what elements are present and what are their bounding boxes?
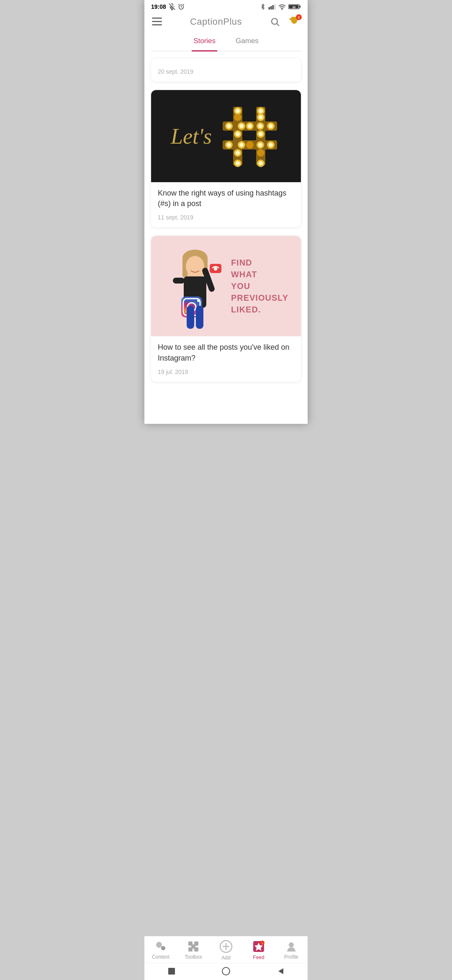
svg-point-68 (214, 267, 217, 271)
svg-point-25 (239, 124, 244, 128)
person-svg (164, 242, 226, 330)
status-right: 99 (260, 4, 301, 10)
search-icon (270, 17, 280, 27)
hashtag-card-title: Know the right ways of using hashtags (#… (151, 182, 301, 211)
hashtag-story-card[interactable]: Let's (151, 90, 301, 227)
svg-point-53 (259, 115, 263, 119)
svg-point-40 (269, 143, 273, 147)
trophy-icon-wrap: 1 (288, 16, 300, 28)
search-button[interactable] (269, 16, 281, 28)
status-left: 19:08 (151, 3, 185, 10)
battery-icon: 99 (288, 4, 301, 10)
svg-rect-7 (274, 4, 275, 10)
svg-point-43 (234, 113, 241, 121)
trophy-button[interactable]: 1 (288, 15, 301, 28)
find-text-2: YOU (231, 281, 250, 291)
svg-rect-6 (272, 5, 274, 10)
svg-point-72 (197, 299, 200, 302)
svg-rect-74 (196, 306, 203, 329)
mute-icon (169, 3, 175, 10)
svg-point-35 (239, 143, 244, 147)
svg-point-27 (248, 124, 252, 128)
svg-rect-5 (270, 6, 272, 10)
svg-rect-13 (152, 18, 162, 19)
trophy-badge: 1 (296, 14, 302, 20)
svg-point-45 (236, 132, 240, 136)
svg-point-36 (246, 141, 254, 149)
partial-card-date: 20 sept. 2019 (158, 68, 294, 75)
bluetooth-icon (260, 4, 266, 10)
lets-hashtag-container: Let's (158, 103, 294, 170)
find-text-4: LIKED. (231, 304, 261, 315)
svg-point-16 (272, 18, 277, 24)
tab-games[interactable]: Games (234, 34, 260, 52)
hashtag-card-image: Let's (151, 90, 301, 182)
alarm-icon (178, 3, 185, 10)
svg-rect-73 (187, 306, 194, 329)
instagram-card-date: 19 jul. 2019 (151, 369, 301, 382)
svg-point-38 (258, 143, 262, 147)
svg-point-56 (257, 149, 265, 157)
svg-rect-10 (300, 6, 301, 8)
instagram-card-title: How to see all the posts you've liked on… (151, 336, 301, 365)
tab-stories[interactable]: Stories (192, 34, 217, 52)
hashtag-bulbs-svg (218, 103, 281, 170)
app-header: CaptionPlus 1 (144, 12, 308, 34)
svg-point-33 (227, 143, 231, 147)
svg-point-23 (227, 124, 231, 128)
svg-point-51 (259, 109, 263, 113)
status-bar: 19:08 (144, 0, 308, 12)
instagram-card-image: FIND WHAT YOU PREVIOUSLY LIKED. (151, 236, 301, 336)
lets-text: Let's (171, 124, 212, 149)
header-icons: 1 (269, 15, 301, 28)
menu-button[interactable] (151, 17, 163, 27)
svg-line-17 (277, 24, 279, 26)
find-text-1: WHAT (231, 269, 257, 280)
svg-point-47 (236, 151, 240, 155)
wifi-icon (278, 4, 286, 10)
find-text-3: PREVIOUSLY (231, 292, 288, 303)
partial-story-card[interactable]: 20 sept. 2019 (151, 58, 301, 82)
svg-point-29 (258, 124, 262, 128)
svg-point-31 (269, 124, 273, 128)
instagram-story-card[interactable]: FIND WHAT YOU PREVIOUSLY LIKED. How to s… (151, 236, 301, 382)
hashtag-card-date: 11 sept. 2019 (151, 214, 301, 227)
app-title: CaptionPlus (190, 16, 242, 27)
svg-rect-15 (152, 24, 162, 26)
svg-text:99: 99 (293, 6, 296, 9)
svg-point-42 (236, 109, 240, 113)
svg-point-55 (259, 132, 263, 136)
svg-point-63 (186, 256, 204, 277)
svg-rect-4 (269, 7, 270, 10)
hamburger-icon (152, 18, 162, 26)
find-text-0: FIND (231, 257, 252, 268)
svg-rect-14 (152, 21, 162, 22)
svg-point-58 (259, 161, 263, 165)
svg-point-8 (282, 9, 282, 10)
svg-point-49 (236, 161, 240, 165)
content-area: 20 sept. 2019 Let's (144, 52, 308, 424)
svg-rect-65 (173, 278, 185, 284)
signal-icon (268, 4, 276, 10)
status-time: 19:08 (151, 3, 166, 10)
tabs: Stories Games (151, 34, 301, 52)
find-text-block: FIND WHAT YOU PREVIOUSLY LIKED. (231, 257, 288, 315)
